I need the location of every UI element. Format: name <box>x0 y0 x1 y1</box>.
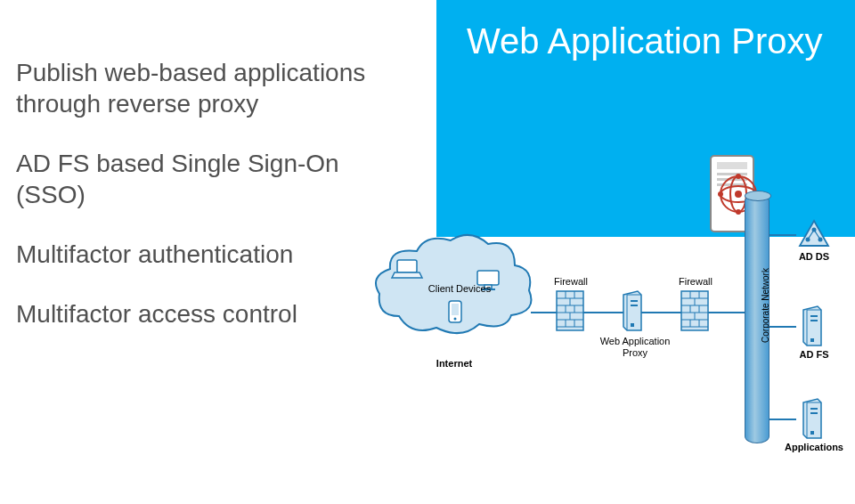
svg-point-11 <box>718 191 723 197</box>
label-firewall-1: Firewall <box>550 276 591 288</box>
svg-rect-19 <box>452 304 459 315</box>
firewall-icon-2 <box>680 290 709 331</box>
svg-point-10 <box>736 209 741 215</box>
svg-rect-39 <box>681 291 708 330</box>
label-applications: Applications <box>782 442 846 453</box>
bullet-mfa: Multifactor authentication <box>16 239 372 270</box>
label-adds: AD DS <box>794 251 834 263</box>
bullet-mfac: Multifactor access control <box>16 298 372 329</box>
svg-rect-36 <box>631 300 638 302</box>
svg-rect-20 <box>557 291 583 330</box>
bullet-sso: AD FS based Single Sign-On (SSO) <box>16 148 372 210</box>
server-icon-wap <box>622 289 643 332</box>
architecture-diagram: Client Devices Internet Firewall <box>372 151 855 504</box>
svg-rect-61 <box>810 320 818 321</box>
server-icon-adfs <box>802 305 823 347</box>
firewall-icon <box>556 290 584 331</box>
connector-apps <box>770 419 796 420</box>
label-wap: Web Application Proxy <box>595 336 675 358</box>
bullet-publish: Publish web-based applications through r… <box>16 57 372 119</box>
svg-point-9 <box>736 174 741 179</box>
svg-rect-13 <box>397 260 417 272</box>
label-client-devices: Client Devices <box>424 283 495 295</box>
svg-rect-67 <box>810 431 814 435</box>
label-internet: Internet <box>428 358 481 370</box>
feature-list: Publish web-based applications through r… <box>16 57 372 358</box>
label-firewall-2: Firewall <box>675 276 716 288</box>
svg-rect-60 <box>810 315 818 317</box>
svg-rect-65 <box>810 408 818 410</box>
svg-rect-37 <box>631 305 638 306</box>
connector-adfs <box>770 326 796 328</box>
connector-adds <box>770 234 796 236</box>
label-adfs: AD FS <box>794 349 834 361</box>
svg-rect-38 <box>631 323 634 327</box>
svg-rect-66 <box>810 412 818 414</box>
svg-rect-62 <box>810 338 814 342</box>
svg-rect-1 <box>717 162 747 169</box>
banner-title: Web Application Proxy <box>467 21 822 61</box>
server-icon-apps <box>802 397 823 440</box>
label-corporate-network: Corporate Network <box>761 256 770 354</box>
adds-triangle-icon <box>798 219 830 249</box>
svg-point-8 <box>735 191 742 198</box>
svg-point-18 <box>454 318 457 321</box>
